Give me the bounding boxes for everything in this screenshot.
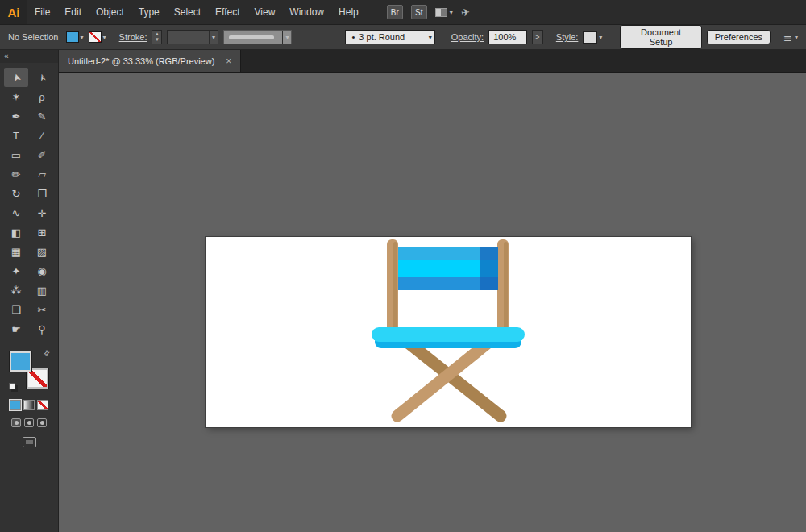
seat-top[interactable] (372, 327, 525, 342)
none-slash-icon (28, 370, 47, 387)
type-tool[interactable]: T (4, 126, 28, 145)
stepper-up-icon[interactable]: ▲ (155, 31, 160, 37)
opacity-input[interactable]: 100% (488, 30, 527, 44)
menu-help[interactable]: Help (331, 0, 366, 24)
rotate-tool[interactable]: ↻ (4, 184, 28, 203)
menu-edit[interactable]: Edit (57, 0, 89, 24)
draw-mode-buttons (11, 418, 47, 427)
chair-right-post-shade (504, 242, 508, 338)
gradient-mode-button[interactable] (23, 400, 35, 410)
stroke-color-swatch[interactable] (89, 31, 102, 43)
document-tab[interactable]: Untitled-2* @ 33.33% (RGB/Preview) × (59, 50, 241, 72)
opacity-value: 100% (493, 32, 516, 42)
chair-seat[interactable] (372, 327, 525, 348)
draw-behind-button[interactable] (24, 418, 34, 427)
paint-mode-buttons (10, 400, 48, 410)
brush-definition-dropdown[interactable]: • 3 pt. Round ▾ (345, 30, 434, 44)
direct-selection-tool[interactable]: ➣ (30, 68, 54, 87)
chair-back-leg[interactable] (407, 342, 501, 416)
stroke-weight-dropdown[interactable]: ▾ (167, 30, 218, 44)
preferences-button[interactable]: Preferences (707, 30, 771, 44)
app-logo[interactable]: Ai (0, 0, 27, 24)
symbol-sprayer-tool[interactable]: ⁂ (4, 281, 28, 300)
brush-definition-value: 3 pt. Round (359, 32, 405, 42)
stroke-color-dropdown[interactable]: ▾ (89, 31, 106, 43)
gradient-tool[interactable]: ▨ (30, 242, 54, 261)
column-graph-tool[interactable]: ▥ (30, 281, 54, 300)
document-area: Untitled-2* @ 33.33% (RGB/Preview) × (59, 50, 806, 532)
opacity-expand-button[interactable]: > (532, 30, 543, 44)
chair-backrest[interactable] (398, 247, 498, 290)
brush-preview-icon: • (351, 32, 355, 42)
screen-mode-button[interactable] (23, 437, 36, 447)
color-mode-button[interactable] (10, 400, 21, 410)
menu-effect[interactable]: Effect (208, 0, 247, 24)
close-icon[interactable]: × (226, 56, 231, 67)
slice-tool[interactable]: ✂ (30, 300, 54, 319)
canvas[interactable] (59, 73, 806, 532)
hand-tool[interactable]: ☛ (4, 319, 28, 339)
stock-button[interactable]: St (411, 5, 427, 19)
swap-fill-stroke-icon[interactable]: ⇄ (42, 348, 52, 358)
variable-width-profile-dropdown[interactable]: ▾ (223, 30, 292, 44)
draw-normal-button[interactable] (11, 418, 21, 427)
align-options[interactable]: ≣ ▾ (783, 31, 798, 44)
fill-color-swatch[interactable] (66, 31, 79, 43)
paintbrush-tool[interactable]: ✐ (30, 145, 54, 164)
menu-type[interactable]: Type (131, 0, 167, 24)
lasso-tool[interactable]: ρ (30, 87, 54, 106)
share-icon[interactable]: ✈ (460, 6, 471, 19)
tools-panel-collapse-button[interactable]: « (0, 50, 58, 63)
bridge-button[interactable]: Br (387, 5, 403, 19)
artboard-tool[interactable]: ❏ (4, 300, 28, 319)
opacity-label[interactable]: Opacity: (451, 32, 484, 42)
style-label[interactable]: Style: (556, 32, 579, 42)
chevron-down-icon: ▾ (599, 34, 602, 41)
menu-file[interactable]: File (27, 0, 57, 24)
chevron-down-icon: ▾ (103, 34, 106, 41)
shape-builder-tool[interactable]: ◧ (4, 222, 28, 242)
mesh-tool[interactable]: ▦ (4, 242, 28, 261)
fill-color-dropdown[interactable]: ▾ (66, 31, 84, 43)
blend-tool[interactable]: ◉ (30, 261, 54, 281)
director-chair-artwork[interactable] (206, 237, 691, 427)
menu-view[interactable]: View (247, 0, 283, 24)
width-tool[interactable]: ∿ (4, 203, 28, 222)
chair-legs[interactable] (397, 342, 501, 416)
fill-swatch[interactable] (10, 351, 31, 372)
free-transform-tool[interactable]: ✛ (30, 203, 54, 222)
chevron-down-icon: ▾ (81, 34, 84, 41)
zoom-tool[interactable]: ⚲ (30, 319, 54, 339)
scale-tool[interactable]: ❐ (30, 184, 54, 203)
chair-front-leg[interactable] (397, 342, 489, 416)
document-setup-button[interactable]: Document Setup (620, 25, 701, 49)
chevron-down-icon: ▾ (209, 31, 218, 44)
graphic-style-dropdown[interactable]: ▾ (583, 31, 602, 44)
none-mode-button[interactable] (37, 400, 48, 410)
menu-select[interactable]: Select (167, 0, 208, 24)
stroke-label[interactable]: Stroke: (119, 32, 147, 42)
selection-tool[interactable]: ➤ (4, 68, 28, 87)
rectangle-tool[interactable]: ▭ (4, 145, 28, 164)
default-fill-stroke-icon[interactable] (9, 383, 15, 389)
eraser-tool[interactable]: ▱ (30, 164, 54, 184)
none-slash-icon (89, 32, 101, 42)
stepper-down-icon[interactable]: ▼ (155, 37, 160, 43)
chevron-down-icon: ▾ (426, 31, 434, 44)
curvature-tool[interactable]: ✎ (30, 106, 54, 126)
menu-window[interactable]: Window (282, 0, 331, 24)
artboard[interactable] (206, 237, 691, 427)
backrest-shadow-band (480, 247, 498, 290)
pencil-tool[interactable]: ✏ (4, 164, 28, 184)
pen-tool[interactable]: ✒ (4, 106, 28, 126)
line-segment-tool[interactable]: ∕ (30, 126, 54, 145)
menu-object[interactable]: Object (89, 0, 131, 24)
selection-status: No Selection (8, 32, 61, 42)
stroke-weight-stepper[interactable]: ▲ ▼ (152, 30, 162, 44)
chair-left-post-shade (393, 242, 397, 338)
draw-inside-button[interactable] (37, 418, 47, 427)
magic-wand-tool[interactable]: ✶ (4, 87, 28, 106)
perspective-grid-tool[interactable]: ⊞ (30, 222, 54, 242)
eyedropper-tool[interactable]: ✦ (4, 261, 28, 281)
workspace-switcher[interactable]: ▾ (435, 8, 453, 17)
